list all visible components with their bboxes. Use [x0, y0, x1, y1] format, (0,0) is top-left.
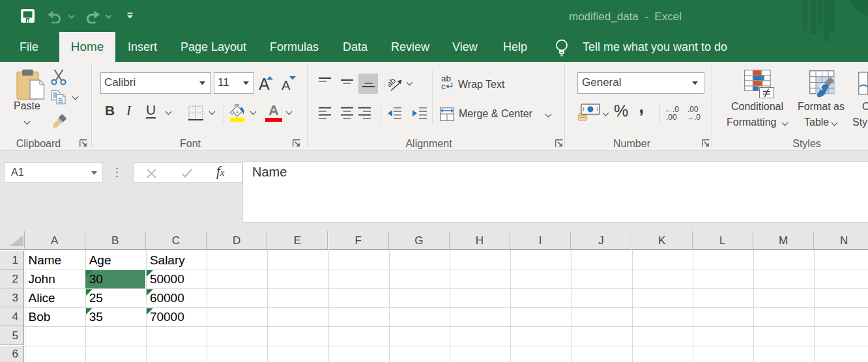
svg-text:c: c [441, 81, 446, 90]
svg-text:ab: ab [388, 76, 398, 89]
